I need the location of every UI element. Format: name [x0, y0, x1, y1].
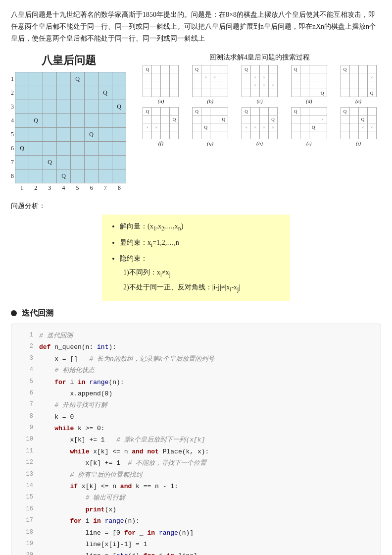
code-line: 2def n_queen(n: int):	[19, 341, 373, 353]
code-line: 18 line = [0 for _ in range(n)]	[19, 527, 373, 539]
line-content: # 所有皇后的位置都找到	[39, 469, 373, 481]
small-board: Q××	[192, 65, 228, 97]
board-container: QQQQQQQQ 1 2 3 4 5 6 7 8	[15, 72, 126, 193]
bullet-label: 迭代回溯	[22, 308, 53, 319]
code-line: 19 line[x[i]-1] = 1	[19, 539, 373, 550]
line-number: 15	[19, 492, 33, 503]
small-board-item: Q×××××(c)	[237, 65, 283, 104]
code-line: 6 x.append(0)	[19, 388, 373, 399]
line-content: x[k] += 1 # 不能放，寻找下一个位置	[39, 457, 373, 469]
code-line: 8 k = 0	[19, 411, 373, 423]
line-number: 4	[19, 365, 33, 376]
line-content: for i in range(n):	[39, 515, 373, 527]
line-number: 11	[19, 446, 33, 457]
col-labels: 1 2 3 4 5 6 7 8	[15, 183, 126, 193]
line-content: # 迭代回溯	[39, 330, 373, 341]
line-number: 20	[19, 550, 33, 555]
analysis-item-3: 隐约束： 1)不同列：xi≠xj 2)不处于同一正、反对角线：|i-j|≠|xi…	[120, 252, 281, 295]
line-content: x.append(0)	[39, 388, 373, 399]
line-content: print(x)	[39, 504, 373, 515]
analysis-item-2: 显约束：xi=1,2,…,n	[120, 236, 281, 251]
small-board: Q×××××	[242, 65, 278, 97]
analysis-box: 解向量：(x1,x2,…,xn) 显约束：xi=1,2,…,n 隐约束： 1)不…	[102, 215, 290, 301]
code-line: 20 line = [str(j) for j in line]	[19, 550, 373, 555]
small-board-item: Q××(b)	[188, 65, 233, 104]
line-number: 13	[19, 469, 33, 481]
small-board: Q×Q	[291, 107, 327, 139]
line-content: while k >= 0:	[39, 423, 373, 434]
small-board: QQ××	[143, 107, 179, 139]
code-line: 12 x[k] += 1 # 不能放，寻找下一个位置	[19, 457, 373, 469]
line-number: 12	[19, 457, 33, 469]
small-board-item: QQQ(g)	[188, 107, 233, 146]
line-number: 3	[19, 353, 33, 365]
board-wrap: 1 2 3 4 5 6 7 8 QQQQQQQQ 1 2 3 4 5 6 7	[11, 72, 126, 193]
line-content: line = [str(j) for j in line]	[39, 550, 373, 555]
small-board-item: QQ××(j)	[336, 107, 381, 146]
line-content: k = 0	[39, 411, 373, 423]
code-line: 4 # 初始化状态	[19, 365, 373, 376]
line-number: 8	[19, 411, 33, 423]
code-line: 16 print(x)	[19, 504, 373, 515]
small-board: QQ××××	[242, 107, 278, 139]
line-content: x = [] # 长为n的数组，记录第k个皇后放置的列号	[39, 353, 373, 365]
bullet-dot	[11, 310, 17, 316]
small-board-label: (g)	[207, 140, 213, 146]
line-number: 2	[19, 341, 33, 353]
code-line: 10 x[k] += 1 # 第k个皇后放到下一列(x[k]	[19, 434, 373, 445]
small-board-label: (i)	[306, 140, 311, 146]
code-block: 1# 迭代回溯2def n_queen(n: int):3 x = [] # 长…	[11, 324, 381, 555]
line-number: 17	[19, 515, 33, 527]
line-content: def n_queen(n: int):	[39, 341, 373, 353]
code-line: 9 while k >= 0:	[19, 423, 373, 434]
diagrams-row: 八皇后问题 1 2 3 4 5 6 7 8 QQQQQQQQ 1 2 3 4 5	[11, 53, 381, 193]
line-number: 5	[19, 377, 33, 388]
line-content: # 输出可行解	[39, 492, 373, 503]
small-board: QQ	[291, 65, 327, 97]
small-board: Q	[143, 65, 179, 97]
small-board-label: (h)	[256, 140, 263, 146]
analysis-section: 问题分析： 解向量：(x1,x2,…,xn) 显约束：xi=1,2,…,n 隐约…	[11, 202, 381, 301]
row-labels: 1 2 3 4 5 6 7 8	[11, 72, 14, 183]
small-board-label: (d)	[306, 98, 312, 104]
line-content: for i in range(n):	[39, 377, 373, 388]
small-board-label: (e)	[355, 98, 361, 104]
line-number: 18	[19, 527, 33, 539]
line-number: 19	[19, 539, 33, 550]
analysis-item-1: 解向量：(x1,x2,…,xn)	[120, 220, 281, 234]
small-board-item: QQ(d)	[286, 65, 332, 104]
small-board-label: (a)	[157, 98, 164, 104]
left-diagram: 八皇后问题 1 2 3 4 5 6 7 8 QQQQQQQQ 1 2 3 4 5	[11, 53, 126, 193]
code-line: 13 # 所有皇后的位置都找到	[19, 469, 373, 481]
analysis-label: 问题分析：	[11, 202, 381, 211]
code-line: 14 if x[k] <= n and k == n - 1:	[19, 481, 373, 492]
line-content: x[k] += 1 # 第k个皇后放到下一列(x[k]	[39, 434, 373, 445]
small-board-item: Q×Q(i)	[286, 107, 332, 146]
code-line: 5 for i in range(n):	[19, 377, 373, 388]
code-line: 1# 迭代回溯	[19, 330, 373, 341]
small-board-item: QQ××××(h)	[237, 107, 283, 146]
left-board-title: 八皇后问题	[42, 53, 96, 68]
line-number: 14	[19, 481, 33, 492]
small-board-item: Q×Q(e)	[336, 65, 381, 104]
small-board-item: QQ××(f)	[138, 107, 184, 146]
small-boards-grid: Q(a)Q××(b)Q×××××(c)QQ(d)Q×Q(e)QQ××(f)QQQ…	[138, 65, 381, 146]
code-line: 15 # 输出可行解	[19, 492, 373, 503]
code-line: 7 # 开始寻找可行解	[19, 399, 373, 411]
small-board-label: (f)	[158, 140, 163, 146]
line-content: line[x[i]-1] = 1	[39, 539, 373, 550]
line-content: if x[k] <= n and k == n - 1:	[39, 481, 373, 492]
line-content: # 开始寻找可行解	[39, 399, 373, 411]
line-number: 9	[19, 423, 33, 434]
line-content: while x[k] <= n and not Place(k, x):	[39, 446, 373, 457]
right-diagrams: 回溯法求解4皇后问题的搜索过程 Q(a)Q××(b)Q×××××(c)QQ(d)…	[138, 53, 381, 146]
line-number: 6	[19, 388, 33, 399]
small-board-label: (c)	[256, 98, 262, 104]
bullet-section: 迭代回溯	[11, 308, 381, 319]
small-board: QQ××	[341, 107, 377, 139]
small-board: QQQ	[192, 107, 228, 139]
line-number: 16	[19, 504, 33, 515]
right-title: 回溯法求解4皇后问题的搜索过程	[138, 53, 381, 62]
small-board-label: (j)	[356, 140, 361, 146]
intro-text: 八皇后问题是十九世纪著名的数学家高斯于1850年提出的。问题是：在8×8的棋盘上…	[11, 9, 381, 44]
